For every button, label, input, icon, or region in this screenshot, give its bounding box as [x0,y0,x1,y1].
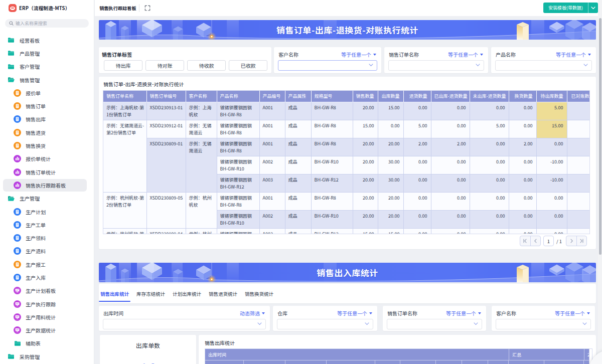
sidebar-item-产品管理[interactable]: 产品管理 [0,47,94,60]
sidebar-item-生产计划看板[interactable]: 生产计划看板 [0,284,94,297]
tag-button-待对账[interactable]: 待对账 [145,60,184,71]
last-page-button[interactable] [576,236,586,246]
sidebar-item-生产执行跟踪[interactable]: 生产执行跟踪 [0,297,94,310]
sidebar-item-label: 生产领料 [26,234,46,242]
filter-label: 产品名称 [496,51,516,58]
table-cell: XSDD230809-04 [146,228,186,234]
filter-select[interactable] [278,60,377,71]
table-cell: 20.00 [353,192,378,210]
filter-operator-dropdown[interactable]: 动态筛选 [240,309,265,317]
table-row[interactable]: 示例：无锡简道云-第2份销售订单XSDD230912-01示例：无锡简道云镀锡铜… [103,120,590,138]
sidebar-item-icon [14,234,21,242]
sidebar-item-生产工单[interactable]: 生产工单 [0,218,94,231]
sidebar-item-销售订单[interactable]: 销售订单 [0,99,94,112]
sidebar-item-生产管理[interactable]: 生产管理 [0,192,94,205]
table-row[interactable]: XSDD230809-01示例：无锡简道云镀锡铜覆钢圆钢 BH-GW-R8A00… [103,138,590,156]
sidebar-item-生产领料[interactable]: 生产领料 [0,231,94,244]
table-row[interactable]: 示例：上海帆软-第1份销售订单XSDD230913-01示例：上海帆软镀锡铜覆钢… [103,102,590,120]
filter-operator-dropdown[interactable]: 等于任意一个 [555,309,590,317]
tag-button-待出库[interactable]: 待出库 [104,60,142,71]
document-icon [14,129,21,136]
table-cell: 示例：上海帆软 [186,102,217,120]
filter-operator-dropdown[interactable]: 等于任意一个 [341,51,376,58]
sidebar-item-生产入库[interactable]: 生产入库 [0,271,94,284]
sidebar-item-辅助表[interactable]: 辅助表 [0,337,94,350]
filter-operator-dropdown[interactable]: 等于任意一个 [556,51,591,58]
column-header-客户名称: 客户名称 [186,91,217,102]
sidebar-item-采购管理[interactable]: 采购管理 [0,350,94,363]
tab-销售退货统计[interactable]: 销售退货统计 [208,284,238,303]
column-header-产品编号: 产品编号 [259,91,285,102]
sidebar-item-销售退货[interactable]: 销售退货 [0,126,94,139]
table-cell: 0.00 [509,192,536,210]
tag-button-已收款[interactable]: 已收款 [229,60,267,71]
sidebar-item-报价单[interactable]: 报价单 [0,86,94,99]
filter-select[interactable] [388,60,484,71]
install-dropdown-caret[interactable] [588,3,598,13]
sidebar-item-生产数据统计[interactable]: 生产数据统计 [0,324,94,337]
tag-button-待收款[interactable]: 待收款 [187,60,226,71]
filter-select[interactable] [277,319,373,329]
tab-库存冻结统计[interactable]: 库存冻结统计 [136,284,166,303]
table-cell: BH-GW-R10 [311,156,353,174]
filter-operator-dropdown[interactable]: 等于任意一个 [446,309,481,317]
table-row[interactable]: 示例：杭州帆软-第1份销售订单XSDD230809-04示例：杭州帆软镀锡铜覆钢… [103,228,590,234]
sidebar-item-销售执行跟踪看板[interactable]: 销售执行跟踪看板 [0,178,94,192]
tab-销售换货统计[interactable]: 销售换货统计 [244,284,274,303]
install-template-button[interactable]: 安装模板(带数据) [543,3,588,13]
table-cell: 0.00 [509,174,536,192]
sidebar-item-销售管理[interactable]: 销售管理 [0,73,94,86]
table-cell: 成品 [285,156,311,174]
sidebar-item-销售订单统计[interactable]: 销售订单统计 [0,165,94,178]
sidebar-item-生产退料[interactable]: 生产退料 [0,245,94,258]
table-cell: 0.00 [536,192,567,210]
folder-icon [8,50,15,56]
window-scrollbar[interactable] [598,0,602,364]
first-page-button[interactable] [520,236,530,246]
prev-page-icon [533,239,538,243]
next-page-button[interactable] [566,236,576,246]
sub-column-header [285,360,327,364]
sidebar-search-input[interactable]: 输入名称来搜索 [5,19,89,28]
table-cell: 镀锡铜覆钢圆钢 BH-GW-R8 [217,102,259,120]
filter-operator-label: 等于任意一个 [341,51,371,58]
caret-down-icon [369,312,372,314]
sidebar-item-销售换货[interactable]: 销售换货 [0,139,94,152]
table-cell: BH-GW-R12 [311,174,353,192]
tab-销售出库统计[interactable]: 销售出库统计 [100,284,129,303]
sidebar-item-icon [14,339,21,347]
table-cell: 0.00 [378,120,403,138]
table-cell: XSDD230809-05 [146,192,186,228]
filter-operator-dropdown[interactable]: 等于任意一个 [337,309,372,317]
sidebar-item-生产用料统计[interactable]: 生产用料统计 [0,310,94,323]
prev-page-button[interactable] [530,236,540,246]
filter-select[interactable] [496,319,591,329]
sidebar-item-生产计划[interactable]: 生产计划 [0,205,94,218]
table-cell: 0.00 [470,210,509,228]
table-cell: 示例：杭州帆软-第1份销售订单 [103,228,146,234]
table-cell: 0.00 [403,228,431,234]
filter-card-客户名称: 客户名称等于任意一个 [274,47,381,73]
filter-operator-dropdown[interactable]: 等于任意一个 [448,51,483,58]
filter-select[interactable] [103,319,266,329]
table-row[interactable]: 示例：杭州帆软-第2份销售订单XSDD230809-05示例：杭州帆软镀锡铜覆钢… [103,192,590,210]
sidebar-item-icon [14,287,21,294]
sidebar-item-经营看板[interactable]: 经营看板 [0,34,94,47]
sidebar-item-销售出库[interactable]: 销售出库 [0,113,94,126]
filter-select[interactable] [495,60,592,71]
sidebar-item-生产报工[interactable]: 生产报工 [0,258,94,271]
page-number-input[interactable]: 1 [543,236,554,246]
tab-计划出库统计[interactable]: 计划出库统计 [172,284,202,303]
filter-select[interactable] [387,319,482,329]
table-cell: 0.00 [431,156,470,174]
column-header-待出库数量: 待出库数量 [536,91,567,102]
table-cell [567,138,590,156]
fullscreen-icon[interactable] [144,5,150,11]
sidebar-item-客户管理[interactable]: 客户管理 [0,60,94,73]
sidebar-item-label: 生产退料 [26,247,46,255]
table-cell: 镀锡铜覆钢圆钢 BH-GW-R8 [217,192,259,210]
sidebar-item-报价单统计[interactable]: 报价单统计 [0,152,94,165]
scrollbar-thumb[interactable] [599,18,601,255]
caret-down-icon [587,312,590,314]
sidebar-item-icon [14,261,21,268]
